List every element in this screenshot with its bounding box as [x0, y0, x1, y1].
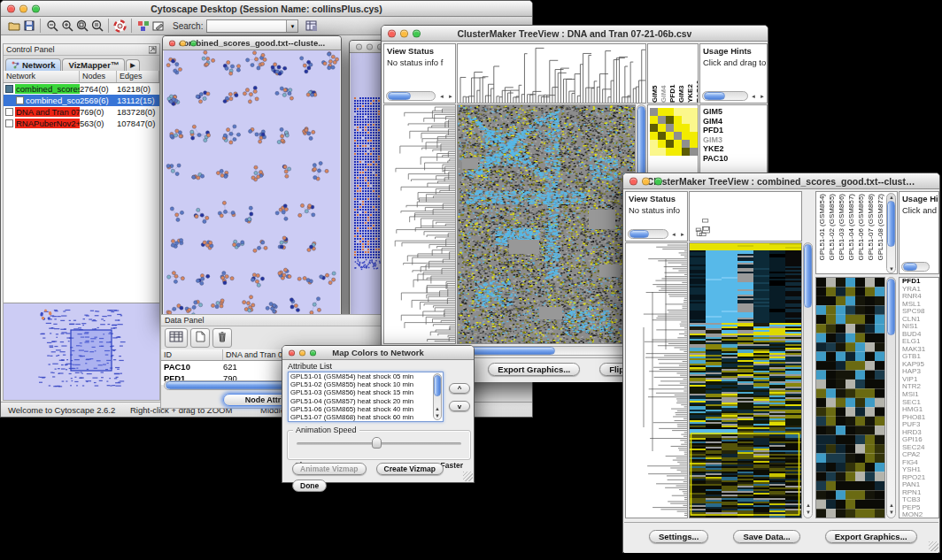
annotation-icon[interactable]: [151, 19, 166, 33]
move-up-button[interactable]: ^: [449, 383, 470, 394]
close-button[interactable]: [169, 40, 175, 46]
network-overview-canvas[interactable]: [4, 303, 159, 399]
tab-network[interactable]: Network: [5, 58, 61, 71]
network-view-canvas[interactable]: [164, 50, 340, 318]
attribute-item[interactable]: GPL51-03 (GSM856) heat shock 15 min: [290, 388, 443, 396]
scroll-up-arrow[interactable]: ▲: [804, 502, 813, 509]
scroll-thumb[interactable]: [903, 263, 917, 271]
minimize-button[interactable]: [400, 29, 408, 37]
column-label[interactable]: GPL51-03 (GSM856): [838, 194, 845, 261]
zoom-button[interactable]: [310, 349, 316, 356]
tv2-column-dendrogram[interactable]: [689, 191, 802, 242]
column-label[interactable]: GPL51-06 (GSM865): [857, 194, 865, 261]
row-label[interactable]: GIM5: [703, 107, 767, 117]
resize-grip[interactable]: [929, 541, 938, 551]
matrix-cell[interactable]: [666, 140, 674, 148]
move-down-button[interactable]: v: [449, 401, 470, 411]
minimize-button[interactable]: [19, 4, 27, 12]
matrix-cell[interactable]: [674, 140, 682, 148]
tv2-gene-zoom-heatmap[interactable]: [815, 277, 885, 518]
tv2-action-button[interactable]: Save Data...: [733, 530, 799, 543]
matrix-cell[interactable]: [682, 132, 690, 140]
scroll-left-arrow[interactable]: ◄: [437, 93, 446, 100]
delete-attribute-trash-icon[interactable]: [212, 328, 232, 348]
zoom-fit-icon[interactable]: [74, 19, 89, 33]
select-attributes-icon[interactable]: [165, 328, 188, 348]
tv2-action-button[interactable]: Settings...: [649, 530, 708, 543]
matrix-cell[interactable]: [658, 140, 666, 148]
matrix-cell[interactable]: [690, 116, 698, 124]
scroll-down-arrow[interactable]: ▼: [887, 265, 896, 272]
attribute-item[interactable]: GPL51-01 (GSM854) heat shock 05 min: [290, 372, 443, 380]
scroll-up-arrow[interactable]: ▲: [887, 502, 896, 509]
network-window-title-bar[interactable]: combined_scores_good.txt--cluste...: [163, 36, 341, 50]
scroll-down-arrow[interactable]: ▼: [433, 412, 442, 419]
matrix-cell[interactable]: [690, 108, 698, 116]
zoom-button[interactable]: [413, 29, 421, 37]
tv2-hints-scrollbar[interactable]: [901, 262, 930, 272]
zoom-button[interactable]: [190, 40, 197, 46]
tv1-hints-scrollbar[interactable]: [702, 91, 748, 101]
column-label[interactable]: GPL51-08 (GSM872): [876, 194, 884, 261]
matrix-cell[interactable]: [690, 132, 698, 140]
column-label[interactable]: GPL51-01 (GSM854): [818, 194, 826, 261]
tab-vizmapper[interactable]: VizMapper™: [62, 58, 125, 71]
vscroll-thumb[interactable]: [637, 106, 645, 179]
matrix-cell[interactable]: [690, 140, 698, 148]
scroll-right-arrow[interactable]: ►: [678, 231, 687, 238]
search-input[interactable]: [207, 20, 286, 32]
tv1-column-dendrogram[interactable]: [457, 43, 646, 104]
network-overview-panel[interactable]: [4, 303, 159, 400]
tv2-zoom-vscrollbar[interactable]: ▲ ▼: [886, 277, 896, 518]
attribute-table-icon[interactable]: [304, 19, 319, 33]
vscroll-thumb[interactable]: [887, 279, 895, 335]
matrix-cell[interactable]: [674, 132, 682, 140]
scroll-down-arrow[interactable]: ▼: [887, 509, 896, 516]
matrix-cell[interactable]: [666, 132, 674, 140]
matrix-cell[interactable]: [658, 116, 666, 124]
scroll-right-arrow[interactable]: ►: [446, 93, 455, 100]
dialog-button[interactable]: Animate Vizmap: [292, 463, 367, 475]
matrix-cell[interactable]: [674, 116, 682, 124]
close-button[interactable]: [388, 29, 396, 37]
tv2-vscrollbar[interactable]: ▲ ▼: [803, 242, 813, 518]
tv2-window-controls[interactable]: [629, 177, 662, 185]
column-label[interactable]: GIM4: [660, 46, 668, 103]
tv1-status-scrollbar[interactable]: [386, 91, 436, 101]
open-file-icon[interactable]: [6, 19, 21, 33]
vscroll-thumb[interactable]: [434, 375, 441, 396]
matrix-cell[interactable]: [682, 140, 690, 148]
grid-window-controls[interactable]: [356, 43, 383, 50]
network-window-controls[interactable]: [169, 40, 197, 46]
row-label[interactable]: GIM4: [703, 117, 767, 127]
zoom-button[interactable]: [654, 177, 662, 185]
matrix-cell[interactable]: [650, 148, 658, 156]
matrix-cell[interactable]: [682, 148, 690, 156]
matrix-cell[interactable]: [658, 132, 666, 140]
search-combo[interactable]: ▼: [206, 19, 298, 33]
tv2-action-button[interactable]: Export Graphics...: [825, 530, 917, 543]
vizmap-icon[interactable]: [135, 19, 151, 33]
tv2-labels-vscrollbar[interactable]: ▲ ▼: [886, 193, 896, 273]
matrix-cell[interactable]: [650, 132, 658, 140]
column-label[interactable]: PAC10: [695, 46, 699, 103]
vscroll-thumb[interactable]: [804, 244, 812, 308]
column-label[interactable]: GIM3: [677, 46, 685, 103]
column-label[interactable]: GIM5: [651, 46, 659, 103]
matrix-cell[interactable]: [690, 124, 698, 132]
tv2-status-scrollbar[interactable]: [628, 229, 668, 239]
close-button[interactable]: [629, 177, 637, 185]
column-label[interactable]: GPL51-04 (GSM857): [847, 194, 855, 261]
attribute-item[interactable]: GPL51-02 (GSM855) heat shock 10 min: [290, 380, 443, 388]
zoom-out-icon[interactable]: [44, 19, 59, 33]
col-id[interactable]: ID: [161, 349, 223, 360]
tv2-heatmap[interactable]: [689, 242, 802, 518]
network-list-row[interactable]: combined_sco 2569(6) 13112(15): [4, 95, 159, 106]
matrix-cell[interactable]: [682, 124, 690, 132]
tv1-title-bar[interactable]: ClusterMaker TreeView : DNA and Tran 07-…: [382, 26, 768, 42]
scroll-down-arrow[interactable]: ▼: [804, 509, 813, 516]
column-label[interactable]: GPL51-02 (GSM855): [828, 194, 836, 261]
minimize-button[interactable]: [180, 40, 186, 46]
close-button[interactable]: [289, 349, 295, 356]
speed-slider-thumb[interactable]: [372, 437, 382, 449]
